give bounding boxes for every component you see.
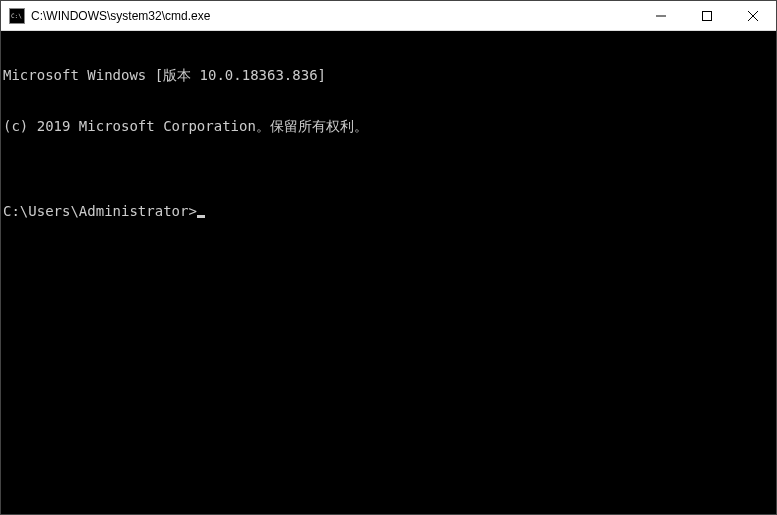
cmd-icon xyxy=(9,8,25,24)
close-button[interactable] xyxy=(730,1,776,30)
window-controls xyxy=(638,1,776,30)
minimize-button[interactable] xyxy=(638,1,684,30)
terminal-cursor xyxy=(197,215,205,218)
maximize-icon xyxy=(702,11,712,21)
window-title: C:\WINDOWS\system32\cmd.exe xyxy=(31,9,638,23)
terminal-prompt: C:\Users\Administrator> xyxy=(3,203,197,220)
terminal-prompt-line: C:\Users\Administrator> xyxy=(3,203,776,220)
cmd-window: C:\WINDOWS\system32\cmd.exe Microsoft Wi xyxy=(0,0,777,515)
maximize-button[interactable] xyxy=(684,1,730,30)
terminal-output-line: Microsoft Windows [版本 10.0.18363.836] xyxy=(3,67,776,84)
svg-rect-1 xyxy=(703,11,712,20)
terminal-output-line: (c) 2019 Microsoft Corporation。保留所有权利。 xyxy=(3,118,776,135)
close-icon xyxy=(748,11,758,21)
titlebar[interactable]: C:\WINDOWS\system32\cmd.exe xyxy=(1,1,776,31)
terminal-area[interactable]: Microsoft Windows [版本 10.0.18363.836] (c… xyxy=(1,31,776,514)
minimize-icon xyxy=(656,11,666,21)
